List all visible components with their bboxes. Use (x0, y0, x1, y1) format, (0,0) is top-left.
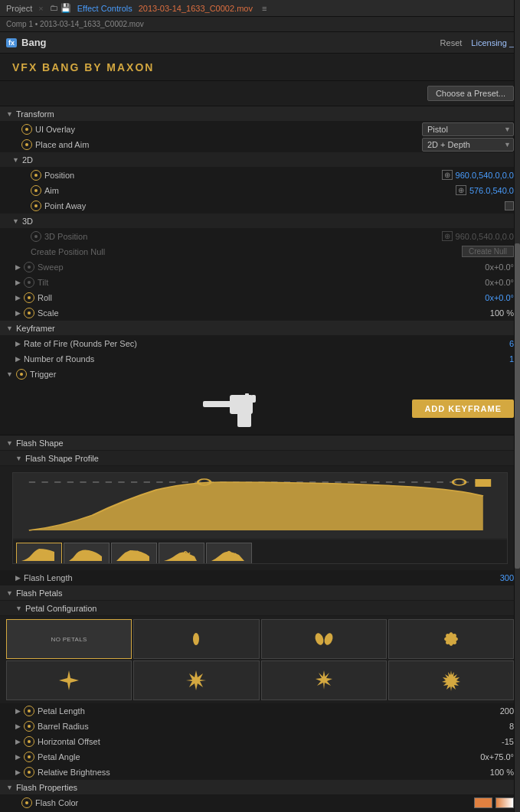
petal-12star[interactable] (388, 660, 514, 700)
petal-config-label: Petal Configuration (25, 604, 97, 613)
title-bar: Project × 🗀 💾 Effect Controls 2013-03-14… (0, 0, 520, 17)
svg-rect-4 (251, 395, 256, 403)
rate-of-fire-row[interactable]: ▶ Rate of Fire (Rounds Per Sec) 6 (0, 336, 520, 351)
position-value[interactable]: 960.0,540.0,0.0 (456, 171, 514, 180)
flash-profile-container[interactable] (12, 472, 508, 564)
barrel-radius-icon (24, 721, 34, 732)
horizontal-offset-row[interactable]: ▶ Horizontal Offset -15 (0, 734, 520, 749)
create-null-button[interactable]: Create Null (462, 246, 514, 257)
transform-section-header[interactable]: ▼ Transform (0, 106, 520, 122)
position-3d-icon (31, 231, 41, 242)
flash-properties-arrow: ▼ (6, 784, 13, 791)
place-and-aim-select[interactable]: 2D + Depth (422, 138, 514, 152)
place-and-aim-row: Place and Aim 2D + Depth ▼ (0, 137, 520, 152)
petal-length-row[interactable]: ▶ Petal Length 200 (0, 703, 520, 719)
trigger-row[interactable]: ▼ Trigger (0, 367, 520, 382)
sweep-value: 0x+0.0° (485, 263, 514, 272)
place-and-aim-select-wrapper[interactable]: 2D + Depth ▼ (422, 138, 514, 152)
3d-section-header[interactable]: ▼ 3D (0, 214, 520, 229)
flash-length-arrow: ▶ (15, 574, 21, 582)
flash-preset-1[interactable] (16, 543, 62, 564)
petal-length-value[interactable]: 200 (500, 706, 514, 716)
flash-shape-profile-label: Flash Shape Profile (25, 454, 99, 463)
petal-4[interactable] (388, 619, 514, 659)
flash-color-row: Flash Color (0, 795, 520, 810)
relative-brightness-row[interactable]: ▶ Relative Brightness 100 % (0, 765, 520, 780)
scrollbar-thumb[interactable] (515, 243, 520, 568)
petal-no-petals[interactable]: NO PETALS (6, 619, 132, 659)
flash-preset-5[interactable] (206, 543, 252, 564)
scale-row[interactable]: ▶ Scale 100 % (0, 305, 520, 321)
roll-value[interactable]: 0x+0.0° (485, 293, 514, 302)
flash-shape-profile-header[interactable]: ▼ Flash Shape Profile (0, 451, 520, 466)
aim-value[interactable]: 576.0,540.0 (469, 186, 514, 195)
horizontal-offset-icon (24, 736, 34, 747)
horizontal-offset-value[interactable]: -15 (502, 737, 514, 746)
effect-controls-tab[interactable]: Effect Controls (77, 4, 132, 13)
flash-length-value[interactable]: 300 (500, 573, 514, 582)
svg-point-11 (313, 632, 325, 646)
roll-icon (24, 292, 34, 303)
2d-section-header[interactable]: ▼ 2D (0, 152, 520, 168)
petal-6star[interactable] (133, 660, 259, 700)
flash-preset-3[interactable] (111, 543, 157, 564)
position-3d-row: 3D Position ⊕ 960.0,540.0,0.0 (0, 229, 520, 244)
relative-brightness-value[interactable]: 100 % (490, 768, 514, 777)
keyframer-section-header[interactable]: ▼ Keyframer (0, 321, 520, 336)
svg-marker-19 (316, 670, 332, 690)
flash-shape-section-header[interactable]: ▼ Flash Shape (0, 435, 520, 451)
position-3d-crosshair-icon: ⊕ (442, 231, 453, 241)
sweep-icon (24, 262, 34, 272)
petal-angle-value[interactable]: 0x+75.0° (480, 752, 514, 761)
petal-2[interactable] (261, 619, 387, 659)
flash-properties-section-header[interactable]: ▼ Flash Properties (0, 780, 520, 795)
flash-length-row[interactable]: ▶ Flash Length 300 (0, 570, 520, 585)
roll-row[interactable]: ▶ Roll 0x+0.0° (0, 290, 520, 305)
aim-crosshair-icon: ⊕ (456, 185, 466, 195)
trigger-label: Trigger (30, 370, 514, 379)
licensing-button[interactable]: Licensing _ (471, 38, 514, 47)
barrel-radius-row[interactable]: ▶ Barrel Radius 8 (0, 719, 520, 734)
tilt-value: 0x+0.0° (485, 278, 514, 287)
petal-config-header[interactable]: ▼ Petal Configuration (0, 601, 520, 616)
flash-preset-4[interactable] (159, 543, 204, 564)
aim-row: Aim ⊕ 576.0,540.0 (0, 183, 520, 198)
petal-angle-icon (24, 752, 34, 762)
filename: 2013-03-14_1633_C0002.mov (139, 4, 253, 13)
scale-value[interactable]: 100 % (490, 308, 514, 318)
add-keyframe-button[interactable]: ADD KEYFRAME (412, 399, 514, 418)
position-icon (31, 170, 41, 181)
petal-4star[interactable] (6, 660, 132, 700)
svg-rect-1 (230, 395, 253, 414)
flash-color-swatch[interactable] (474, 797, 492, 808)
petal-8star[interactable] (261, 660, 387, 700)
ui-overlay-select[interactable]: Pistol (422, 122, 514, 136)
tilt-row[interactable]: ▶ Tilt 0x+0.0° (0, 275, 520, 290)
petal-grid-wrapper: NO PETALS (0, 616, 520, 703)
flash-presets-row (13, 540, 507, 564)
number-of-rounds-row[interactable]: ▶ Number of Rounds 1 (0, 351, 520, 367)
point-away-checkbox[interactable] (505, 201, 514, 210)
sweep-row[interactable]: ▶ Sweep 0x+0.0° (0, 259, 520, 275)
fx-header: fx Bang Reset Licensing _ (0, 32, 520, 54)
ui-overlay-select-wrapper[interactable]: Pistol ▼ (422, 122, 514, 136)
reset-button[interactable]: Reset (440, 38, 463, 47)
comp-bar: Comp 1 • 2013-03-14_1633_C0002.mov (0, 17, 520, 32)
flash-shape-arrow: ▼ (6, 439, 13, 447)
menu-icon[interactable]: ≡ (262, 4, 267, 13)
rate-of-fire-label: Rate of Fire (Rounds Per Sec) (24, 339, 509, 348)
barrel-radius-label: Barrel Radius (38, 722, 509, 731)
preset-button[interactable]: Choose a Preset... (427, 86, 514, 101)
petal-4star-icon (57, 669, 80, 692)
petal-1[interactable] (133, 619, 259, 659)
horizontal-offset-label: Horizontal Offset (38, 737, 502, 746)
petal-angle-row[interactable]: ▶ Petal Angle 0x+75.0° (0, 749, 520, 765)
position-label: Position (44, 171, 442, 180)
flash-color-gradient-icon[interactable] (495, 797, 514, 808)
position-3d-value: 960.0,540.0,0.0 (456, 232, 514, 241)
project-tab[interactable]: Project (6, 4, 32, 13)
flash-preset-2[interactable] (64, 543, 110, 564)
flash-petals-section-header[interactable]: ▼ Flash Petals (0, 585, 520, 601)
plugin-title-text: VFX BANG BY MAXON (12, 61, 154, 73)
fx-actions: Reset Licensing _ (440, 38, 514, 47)
